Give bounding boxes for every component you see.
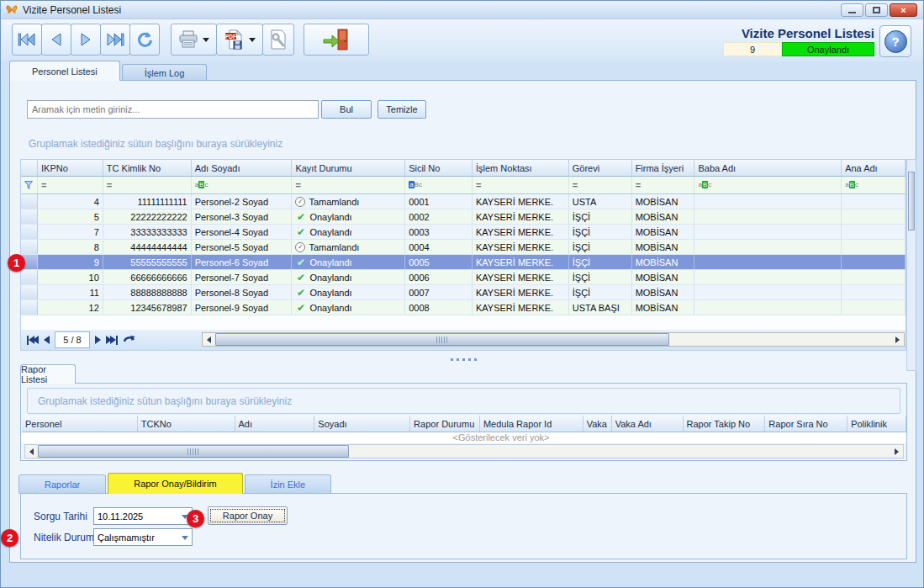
scrollbar-thumb[interactable] (908, 172, 915, 230)
cell-sicil-no: 0001 (405, 194, 473, 209)
column-header[interactable]: Vaka Adı (612, 416, 684, 432)
cell-ana-adi (842, 285, 906, 299)
status-label: Onaylandı (309, 288, 351, 298)
column-header[interactable]: İşlem Noktası (473, 160, 569, 176)
next-record-button[interactable] (71, 24, 101, 56)
splitter-handle[interactable] (20, 357, 906, 363)
scroll-right-icon[interactable] (890, 445, 903, 458)
help-button[interactable]: ? (879, 25, 911, 57)
clear-button[interactable]: Temizle (378, 100, 426, 119)
find-button[interactable]: Bul (321, 100, 372, 119)
column-header[interactable]: Firma İşyeri (632, 160, 695, 176)
pager-refresh-button[interactable] (123, 334, 136, 346)
cell-ana-adi (842, 194, 906, 209)
vertical-scrollbar[interactable] (906, 159, 916, 371)
svg-text:PDF: PDF (225, 34, 236, 40)
exit-button[interactable] (304, 24, 369, 56)
column-header[interactable]: Sicil No (405, 160, 473, 176)
status-check-icon: ✔ (295, 287, 306, 298)
first-record-button[interactable] (12, 24, 42, 56)
table-row[interactable]: 12 12345678987 Personel-9 Soyad ✔ Onayla… (21, 300, 906, 315)
table-row[interactable]: 4 11111111111 Personel-2 Soyad ✓ Tamamla… (21, 194, 906, 209)
column-header[interactable]: Adı (235, 416, 315, 432)
row-indicator (21, 300, 38, 315)
column-header[interactable]: Görevi (569, 160, 632, 176)
table-row[interactable]: 9 55555555555 Personel-6 Soyad ✔ Onaylan… (21, 255, 906, 270)
scrollbar-thumb[interactable] (215, 333, 669, 346)
tab-rapor-onay-bildirim[interactable]: Rapor Onay/Bildirim (108, 473, 242, 494)
table-row[interactable]: 10 66666666666 Personel-7 Soyad ✔ Onayla… (21, 270, 906, 285)
maximize-button[interactable] (865, 3, 888, 17)
cell-gorevi: İŞÇİ (569, 225, 632, 239)
filter-cell-adi-soyadi[interactable]: aBc (192, 177, 293, 193)
filter-cell-islem-noktasi[interactable]: = (473, 177, 569, 193)
funnel-icon[interactable] (21, 177, 38, 193)
cell-kayit-durumu: ✔ Onaylandı (292, 255, 405, 269)
group-by-hint: Gruplamak istediğiniz sütun başlığını bu… (29, 138, 282, 150)
pdf-dropdown-caret[interactable] (249, 38, 256, 45)
refresh-button[interactable] (129, 24, 160, 56)
sorgu-tarihi-combo[interactable]: 10.11.2025 (93, 507, 193, 525)
export-pdf-button[interactable]: PDF (216, 24, 263, 56)
tab-rapor-listesi[interactable]: Rapor Listesi (20, 364, 76, 384)
pager-first-button[interactable] (27, 336, 39, 345)
column-header[interactable]: Rapor Sıra No (765, 416, 847, 432)
row-indicator (21, 194, 38, 209)
column-header[interactable]: IKPNo (38, 160, 103, 176)
table-row[interactable]: 5 22222222222 Personel-3 Soyad ✔ Onaylan… (21, 209, 906, 225)
filter-cell-kayit-durumu[interactable]: = (292, 177, 405, 193)
column-header[interactable]: Baba Adı (694, 160, 842, 176)
column-header[interactable]: Poliklinik (847, 416, 906, 432)
scrollbar-thumb[interactable] (38, 445, 349, 458)
pager-last-button[interactable] (106, 336, 118, 345)
column-header[interactable]: Rapor Durumu (410, 416, 480, 432)
filter-cell-sicil-no[interactable]: aBc (405, 177, 473, 193)
filter-cell-ana-adi[interactable]: aBc (842, 177, 906, 193)
print-dropdown-caret[interactable] (203, 38, 209, 45)
cell-adi-soyadi: Personel-6 Soyad (192, 255, 293, 269)
page-title: Vizite Personel Listesi (742, 26, 874, 40)
pager-previous-button[interactable] (44, 336, 50, 344)
tab-islem-log[interactable]: İşlem Log (122, 64, 208, 81)
search-input[interactable] (27, 100, 319, 119)
column-header[interactable]: Vaka (583, 416, 612, 432)
pager-next-button[interactable] (95, 336, 101, 344)
scroll-left-icon[interactable] (203, 333, 215, 346)
tab-izin-ekle[interactable]: İzin Ekle (245, 474, 332, 494)
column-header[interactable]: Soyadı (314, 416, 410, 432)
column-header[interactable]: TC Kimlik No (103, 160, 192, 176)
column-header[interactable]: Kayıt Durumu (292, 160, 405, 176)
nitelik-durumu-combo[interactable]: Çalışmamıştır (93, 528, 193, 546)
filter-cell-baba-adi[interactable]: aBc (694, 177, 842, 193)
close-button[interactable]: × (890, 3, 917, 17)
rapor-onay-button[interactable]: Rapor Onay (208, 506, 288, 525)
cell-ana-adi (842, 225, 906, 239)
horizontal-scrollbar[interactable] (24, 444, 904, 458)
cell-baba-adi (694, 194, 842, 209)
last-record-button[interactable] (100, 24, 130, 56)
column-header[interactable]: Adı Soyadı (192, 160, 293, 176)
column-header[interactable]: Personel (22, 416, 138, 432)
print-button[interactable] (171, 24, 217, 56)
scroll-left-icon[interactable] (25, 445, 38, 458)
horizontal-scrollbar[interactable] (202, 332, 905, 347)
table-row[interactable]: 8 44444444444 Personel-5 Soyad ✓ Tamamla… (21, 240, 906, 255)
table-row[interactable]: 7 33333333333 Personel-4 Soyad ✔ Onaylan… (21, 225, 906, 240)
minimize-button[interactable] (841, 3, 863, 17)
scroll-right-icon[interactable] (891, 333, 904, 346)
filter-cell-tc[interactable]: = (103, 177, 192, 193)
filter-cell-firma-isyeri[interactable]: = (632, 177, 695, 193)
tab-raporlar[interactable]: Raporlar (18, 474, 106, 494)
cell-firma-isyeri: MOBİSAN (632, 255, 695, 269)
tab-personel-listesi[interactable]: Personel Listesi (9, 61, 120, 81)
previous-record-button[interactable] (41, 24, 71, 56)
column-header[interactable]: Ana Adı (842, 160, 906, 176)
column-header[interactable]: TCKNo (138, 416, 235, 432)
column-header[interactable]: Medula Rapor Id (480, 416, 583, 432)
column-header[interactable]: Rapor Takip No (684, 416, 766, 432)
filter-cell-gorevi[interactable]: = (569, 177, 632, 193)
print-preview-button[interactable] (262, 24, 294, 56)
cell-sicil-no: 0002 (405, 209, 473, 224)
table-row[interactable]: 11 88888888888 Personel-8 Soyad ✔ Onayla… (21, 285, 906, 300)
filter-cell-ikpno[interactable]: = (38, 177, 103, 193)
